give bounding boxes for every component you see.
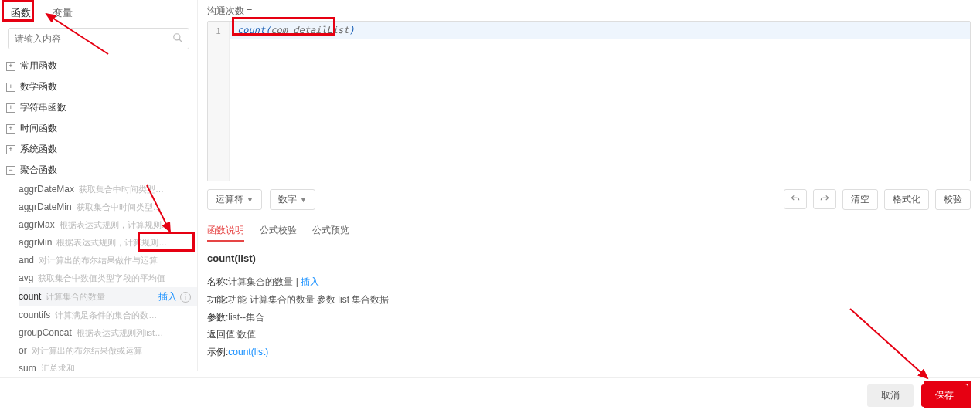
fn-item-aggrDateMax[interactable]: aggrDateMax获取集合中时间类型… bbox=[19, 181, 197, 198]
doc-name-row: 名称:计算集合的数量 | 插入 bbox=[207, 273, 971, 291]
doc-tab-check[interactable]: 公式校验 bbox=[260, 221, 297, 240]
undo-button[interactable] bbox=[784, 189, 807, 209]
tree-category[interactable]: +时间函数 bbox=[0, 118, 197, 139]
tree-category-label: 系统函数 bbox=[20, 143, 57, 156]
editor-toolbar: 运算符▼ 数字▼ 清空 格式化 校验 bbox=[207, 189, 971, 210]
formula-header: 沟通次数 = bbox=[207, 5, 971, 18]
fn-item-or[interactable]: or对计算出的布尔结果做或运算 bbox=[19, 342, 197, 360]
fn-name: aggrDateMax bbox=[19, 184, 74, 195]
expand-icon[interactable]: + bbox=[6, 124, 15, 134]
fn-name: and bbox=[19, 255, 34, 266]
info-icon[interactable]: i bbox=[180, 292, 191, 303]
doc-body: count(list) 名称:计算集合的数量 | 插入 功能:功能 计算集合的数… bbox=[207, 240, 971, 371]
fn-desc: 获取集合中时间类型… bbox=[79, 184, 191, 195]
formula-editor[interactable]: 1 count(com_detailList) bbox=[207, 21, 971, 181]
fn-item-groupConcat[interactable]: groupConcat根据表达式规则列list… bbox=[19, 324, 197, 342]
main: 沟通次数 = 1 count(com_detailList) 运算符▼ 数字▼ … bbox=[198, 0, 980, 371]
fn-item-and[interactable]: and对计算出的布尔结果做作与运算 bbox=[19, 252, 197, 269]
doc-param-row: 参数:list--集合 bbox=[207, 309, 971, 327]
doc-tabs: 函数说明 公式校验 公式预览 bbox=[207, 221, 971, 240]
expand-icon[interactable]: + bbox=[6, 145, 15, 154]
doc-insert-link[interactable]: 插入 bbox=[301, 276, 319, 287]
fn-name: count bbox=[19, 291, 41, 302]
fn-desc: 对计算出的布尔结果做或运算 bbox=[32, 345, 191, 357]
doc-func-row: 功能:功能 计算集合的数量 参数 list 集合数据 bbox=[207, 291, 971, 309]
expand-icon[interactable]: + bbox=[6, 62, 15, 71]
fn-name: groupConcat bbox=[19, 327, 72, 338]
tree-category[interactable]: +数学函数 bbox=[0, 76, 197, 97]
tree-category[interactable]: −聚合函数 bbox=[0, 160, 197, 181]
doc-return-row: 返回值:数值 bbox=[207, 326, 971, 344]
tab-variable[interactable]: 变量 bbox=[49, 5, 76, 22]
sidebar: 函数 变量 +常用函数+数学函数+字符串函数+时间函数+系统函数−聚合函数agg… bbox=[0, 0, 198, 371]
doc-example-row: 示例:count(list) bbox=[207, 344, 971, 361]
fn-name: sum bbox=[19, 363, 36, 371]
search-wrap bbox=[0, 25, 197, 56]
doc-tab-preview[interactable]: 公式预览 bbox=[312, 221, 349, 240]
side-tabs: 函数 变量 bbox=[0, 0, 197, 25]
fn-item-countifs[interactable]: countifs计算满足条件的集合的数… bbox=[19, 306, 197, 324]
tree-category[interactable]: +字符串函数 bbox=[0, 97, 197, 118]
format-button[interactable]: 格式化 bbox=[884, 189, 929, 210]
formula-arg-token: com_detailList bbox=[271, 25, 349, 36]
chevron-down-icon: ▼ bbox=[300, 196, 307, 204]
search-input[interactable] bbox=[8, 28, 189, 49]
tab-function[interactable]: 函数 bbox=[8, 5, 34, 22]
number-dropdown[interactable]: 数字▼ bbox=[270, 189, 315, 210]
collapse-icon[interactable]: − bbox=[6, 166, 15, 175]
save-button[interactable]: 保存 bbox=[921, 384, 968, 407]
cancel-button[interactable]: 取消 bbox=[867, 384, 914, 407]
expand-icon[interactable]: + bbox=[6, 103, 15, 113]
function-tree: +常用函数+数学函数+字符串函数+时间函数+系统函数−聚合函数aggrDateM… bbox=[0, 56, 197, 371]
fn-item-avg[interactable]: avg获取集合中数值类型字段的平均值 bbox=[19, 269, 197, 287]
doc-title: count(list) bbox=[207, 249, 971, 269]
expand-icon[interactable]: + bbox=[6, 83, 15, 92]
fn-name: countifs bbox=[19, 310, 50, 320]
fn-desc: 根据表达式规则，计算规则… bbox=[56, 237, 191, 249]
tree-category-label: 聚合函数 bbox=[20, 164, 57, 177]
fn-desc: 获取集合中时间类型… bbox=[77, 201, 191, 213]
svg-point-0 bbox=[174, 34, 180, 40]
fn-desc: 对计算出的布尔结果做作与运算 bbox=[39, 255, 191, 266]
clear-button[interactable]: 清空 bbox=[842, 189, 878, 210]
tree-category-label: 字符串函数 bbox=[20, 101, 66, 114]
tree-category-label: 数学函数 bbox=[20, 80, 57, 93]
operator-dropdown[interactable]: 运算符▼ bbox=[207, 189, 262, 210]
fn-item-sum[interactable]: sum汇总求和 bbox=[19, 360, 197, 371]
fn-item-aggrDateMin[interactable]: aggrDateMin获取集合中时间类型… bbox=[19, 198, 197, 216]
tree-category[interactable]: +系统函数 bbox=[0, 139, 197, 160]
tree-category[interactable]: +常用函数 bbox=[0, 56, 197, 76]
validate-button[interactable]: 校验 bbox=[935, 189, 971, 210]
tree-category-label: 时间函数 bbox=[20, 122, 57, 135]
fn-desc: 获取集合中数值类型字段的平均值 bbox=[38, 273, 191, 284]
fn-name: aggrMin bbox=[19, 237, 52, 248]
fn-desc: 根据表达式规则，计算规则… bbox=[60, 219, 191, 231]
fn-item-count[interactable]: count计算集合的数量插入i bbox=[19, 287, 197, 306]
fn-name: aggrMax bbox=[19, 219, 55, 230]
redo-button[interactable] bbox=[813, 189, 836, 209]
fn-desc: 计算集合的数量 bbox=[46, 291, 158, 303]
fn-desc: 计算满足条件的集合的数… bbox=[55, 310, 191, 321]
fn-desc: 根据表达式规则列list… bbox=[77, 327, 191, 339]
fn-item-aggrMin[interactable]: aggrMin根据表达式规则，计算规则… bbox=[19, 234, 197, 252]
fn-insert-link[interactable]: 插入 bbox=[158, 290, 177, 303]
fn-desc: 汇总求和 bbox=[41, 363, 191, 371]
fn-name: or bbox=[19, 345, 27, 356]
chevron-down-icon: ▼ bbox=[247, 196, 254, 204]
editor-line[interactable]: count(com_detailList) bbox=[230, 22, 970, 39]
svg-line-1 bbox=[179, 39, 182, 42]
footer: 取消 保存 bbox=[0, 377, 980, 413]
tree-category-label: 常用函数 bbox=[20, 59, 57, 73]
fn-name: avg bbox=[19, 273, 33, 283]
doc-tab-desc[interactable]: 函数说明 bbox=[207, 221, 244, 240]
editor-gutter: 1 bbox=[208, 22, 230, 181]
fn-item-aggrMax[interactable]: aggrMax根据表达式规则，计算规则… bbox=[19, 216, 197, 234]
formula-fn-token: count bbox=[237, 25, 265, 36]
search-icon[interactable] bbox=[172, 32, 183, 46]
fn-name: aggrDateMin bbox=[19, 201, 72, 212]
